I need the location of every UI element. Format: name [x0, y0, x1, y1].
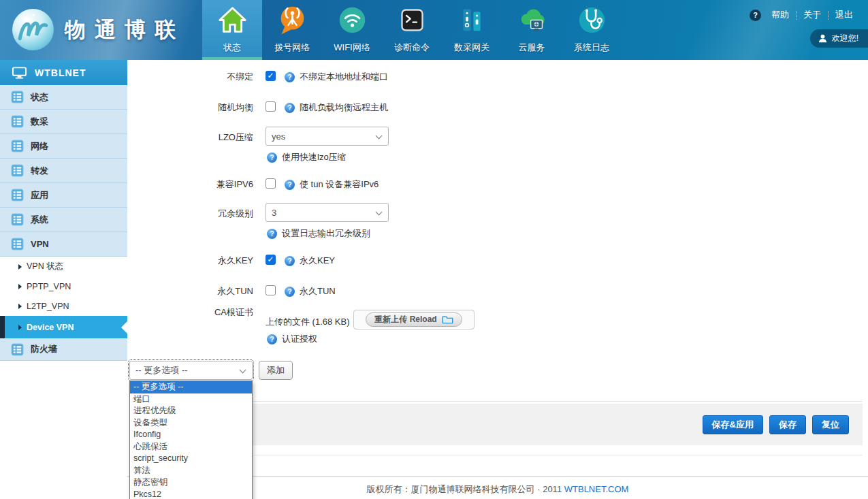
sidebar-item-firewall[interactable]: 防火墙 [0, 338, 127, 361]
dropdown-option[interactable]: 静态密钥 [130, 477, 252, 489]
help-icon[interactable] [267, 334, 277, 344]
help-icon[interactable] [267, 152, 277, 163]
dropdown-option[interactable]: Pkcs12 [130, 489, 252, 499]
nobind-checkbox[interactable] [266, 71, 276, 81]
help-icon[interactable] [285, 180, 295, 190]
sidebar-item-application[interactable]: 应用 [0, 183, 127, 208]
reload-upload-button[interactable]: 重新上传 Reload [366, 312, 462, 327]
list-icon [11, 213, 24, 226]
persist-key-checkbox[interactable] [266, 255, 276, 265]
dropdown-option[interactable]: -- 更多选项 -- [130, 381, 252, 393]
dropdown-option[interactable]: script_security [130, 453, 252, 465]
dropdown-option[interactable]: 心跳保活 [130, 441, 252, 453]
chevron-down-icon [240, 367, 246, 374]
sidebar-item-data-collect[interactable]: 数采 [0, 110, 127, 134]
persist-tun-checkbox[interactable] [266, 285, 276, 295]
list-icon [11, 343, 24, 356]
welcome-badge: 欢迎您! [810, 29, 868, 48]
lzo-select[interactable]: yes [266, 127, 389, 146]
add-button[interactable]: 添加 [259, 361, 293, 380]
submenu-item-l2tp-vpn[interactable]: L2TP_VPN [0, 296, 127, 316]
help-text: 随机负载均衡远程主机 [300, 101, 388, 114]
help-icon[interactable] [285, 72, 295, 82]
dropdown-option[interactable]: Ifconfig [130, 429, 252, 441]
caret-right-icon [18, 325, 22, 330]
tab-label: 拨号网络 [274, 42, 310, 54]
tab-data-gateway[interactable]: 数采网关 [442, 0, 502, 60]
caret-right-icon [18, 264, 22, 270]
dropdown-option[interactable]: 算法 [130, 465, 252, 477]
more-options-select[interactable]: -- 更多选项 -- [129, 361, 253, 380]
save-button[interactable]: 保存 [769, 415, 806, 434]
sidebar-item-network[interactable]: 网络 [0, 134, 127, 159]
save-apply-button[interactable]: 保存&应用 [703, 415, 763, 434]
submenu-item-pptp-vpn[interactable]: PPTP_VPN [0, 276, 127, 296]
tab-wifi-network[interactable]: WIFI网络 [322, 0, 382, 60]
reset-button[interactable]: 复位 [812, 415, 849, 434]
header-links: ? 帮助 关于 退出 [750, 9, 860, 21]
footer-link[interactable]: WTBLNET.COM [564, 484, 629, 494]
list-icon [11, 91, 24, 103]
tab-system-log[interactable]: 系统日志 [562, 0, 622, 60]
tab-diagnostics[interactable]: 诊断命令 [382, 0, 442, 60]
help-link[interactable]: 帮助 [765, 9, 796, 21]
submenu-item-label: PPTP_VPN [27, 282, 71, 291]
tab-label: 系统日志 [574, 42, 609, 54]
user-icon [818, 33, 828, 44]
verbosity-select[interactable]: 3 [266, 203, 389, 222]
logout-link[interactable]: 退出 [829, 9, 860, 21]
sidebar-item-system[interactable]: 系统 [0, 208, 127, 232]
sidebar-item-label: 系统 [31, 214, 48, 226]
field-label: CA根证书 [136, 306, 253, 319]
sidebar-item-label: 状态 [31, 91, 48, 103]
submenu-item-label: Device VPN [27, 323, 74, 332]
help-icon[interactable] [285, 103, 295, 113]
monitor-icon [12, 67, 27, 79]
help-text: 不绑定本地地址和端口 [300, 71, 388, 83]
gateway-devices-icon [457, 5, 487, 35]
list-icon [11, 164, 24, 177]
uploaded-file-text: 上传的文件 (1.68 KB) [266, 316, 350, 328]
sidebar-item-status[interactable]: 状态 [0, 85, 127, 110]
help-text: 设置日志输出冗余级别 [282, 227, 370, 240]
tab-status[interactable]: 状态 [202, 0, 262, 60]
ipv6-checkbox[interactable] [266, 178, 276, 189]
add-button-label: 添加 [267, 364, 285, 376]
sidebar-header: WTBLNET [0, 60, 127, 85]
list-icon [11, 189, 24, 202]
help-icon[interactable] [285, 287, 295, 297]
help-icon[interactable] [285, 256, 295, 266]
submenu-item-vpn-status[interactable]: VPN 状态 [0, 257, 127, 276]
tab-label: 云服务 [519, 42, 545, 54]
tab-dial-network[interactable]: 拨号网络 [262, 0, 322, 60]
brand-name: 物通博联 [65, 16, 184, 44]
random-balance-checkbox[interactable] [266, 101, 276, 112]
sidebar-item-forward[interactable]: 转发 [0, 159, 127, 183]
page: 物通博联 状态 拨号网络 [0, 0, 868, 499]
tab-label: WIFI网络 [334, 42, 370, 54]
sidebar-item-label: 数采 [31, 116, 48, 128]
terminal-icon [397, 5, 428, 35]
help-icon[interactable] [267, 229, 277, 239]
sidebar-item-vpn[interactable]: VPN [0, 232, 127, 257]
help-text: 永久KEY [300, 255, 335, 267]
sidebar-title: WTBLNET [35, 67, 86, 78]
field-label: 永久TUN [136, 285, 253, 297]
dropdown-option[interactable]: 设备类型 [130, 417, 252, 430]
field-label: 永久KEY [136, 255, 253, 267]
chevron-down-icon [376, 209, 383, 216]
select-value: -- 更多选项 -- [135, 364, 188, 376]
help-text: 认证授权 [282, 333, 317, 345]
tab-cloud-service[interactable]: 云服务 [502, 0, 562, 60]
about-link[interactable]: 关于 [797, 9, 828, 21]
dropdown-option[interactable]: 进程优先级 [130, 405, 252, 417]
submenu-item-device-vpn[interactable]: Device VPN [0, 316, 127, 338]
tab-label: 状态 [223, 42, 241, 54]
field-label: 随机均衡 [136, 101, 253, 114]
tab-label: 诊断命令 [394, 42, 430, 54]
dropdown-option[interactable]: 端口 [130, 393, 252, 406]
welcome-text: 欢迎您! [832, 33, 858, 44]
caret-right-icon [18, 304, 22, 309]
select-value: yes [272, 131, 285, 142]
help-line: 设置日志输出冗余级别 [267, 227, 370, 240]
